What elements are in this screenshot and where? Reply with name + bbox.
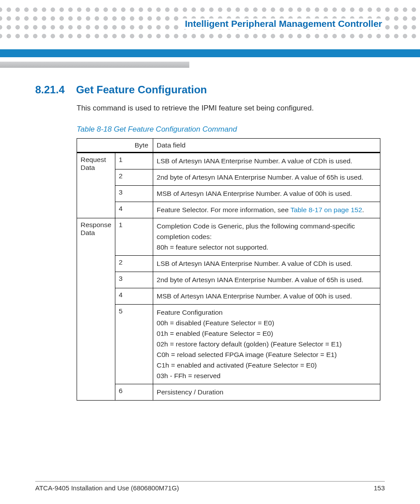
byte-cell: 1 — [115, 218, 153, 256]
section-heading: 8.21.4 Get Feature Configuration — [35, 84, 385, 96]
table-row: 4MSB of Artesyn IANA Enterprise Number. … — [77, 288, 380, 305]
section-title: Get Feature Configuration — [76, 84, 207, 96]
table-header-blank — [77, 139, 115, 153]
footer-doc-id: ATCA-9405 Installation and Use (6806800M… — [35, 484, 179, 492]
group-label: Request Data — [77, 153, 115, 218]
byte-cell: 2 — [115, 169, 153, 186]
table-row: 2LSB of Artesyn IANA Enterprise Number. … — [77, 256, 380, 272]
byte-cell: 4 — [115, 202, 153, 218]
table-header-row: Byte Data field — [77, 139, 380, 153]
table-row: 3MSB of Artesyn IANA Enterprise Number. … — [77, 186, 380, 202]
cross-reference-link[interactable]: Table 8-17 on page 152 — [291, 206, 362, 213]
byte-cell: 6 — [115, 384, 153, 401]
table-row: 22nd byte of Artesyn IANA Enterprise Num… — [77, 169, 380, 186]
group-label: Response Data — [77, 218, 115, 401]
byte-cell: 5 — [115, 305, 153, 384]
datafield-cell: Feature Selector. For more information, … — [153, 202, 380, 218]
table-row: 4Feature Selector. For more information,… — [77, 202, 380, 218]
header-grey-bar — [0, 62, 189, 68]
datafield-cell: LSB of Artesyn IANA Enterprise Number. A… — [153, 256, 380, 272]
byte-cell: 2 — [115, 256, 153, 272]
datafield-cell: Persistency / Duration — [153, 384, 380, 401]
table-row: 6Persistency / Duration — [77, 384, 380, 401]
byte-cell: 4 — [115, 288, 153, 305]
section-intro: This command is used to retrieve the IPM… — [77, 104, 385, 113]
header-blue-bar — [0, 49, 420, 57]
page-footer: ATCA-9405 Installation and Use (6806800M… — [35, 481, 385, 492]
command-table: Byte Data field Request Data1LSB of Arte… — [77, 138, 380, 401]
table-row: 5Feature Configuration00h = disabled (Fe… — [77, 305, 380, 384]
table-row: Request Data1LSB of Artesyn IANA Enterpr… — [77, 153, 380, 169]
datafield-cell: LSB of Artesyn IANA Enterprise Number. A… — [153, 153, 380, 169]
table-row: Response Data1Completion Code is Generic… — [77, 218, 380, 256]
datafield-cell: Feature Configuration00h = disabled (Fea… — [153, 305, 380, 384]
datafield-cell: 2nd byte of Artesyn IANA Enterprise Numb… — [153, 169, 380, 186]
page-content: 8.21.4 Get Feature Configuration This co… — [35, 84, 385, 401]
datafield-cell: MSB of Artesyn IANA Enterprise Number. A… — [153, 288, 380, 305]
footer-page-number: 153 — [374, 484, 385, 492]
table-header-byte: Byte — [115, 139, 153, 153]
datafield-cell: MSB of Artesyn IANA Enterprise Number. A… — [153, 186, 380, 202]
table-header-datafield: Data field — [153, 139, 380, 153]
table-row: 32nd byte of Artesyn IANA Enterprise Num… — [77, 272, 380, 288]
datafield-cell: Completion Code is Generic, plus the fol… — [153, 218, 380, 256]
section-number: 8.21.4 — [35, 84, 73, 96]
table-caption: Table 8-18 Get Feature Configuration Com… — [77, 125, 385, 134]
chapter-title: Intelligent Peripheral Management Contro… — [180, 18, 385, 29]
byte-cell: 1 — [115, 153, 153, 169]
datafield-cell: 2nd byte of Artesyn IANA Enterprise Numb… — [153, 272, 380, 288]
byte-cell: 3 — [115, 272, 153, 288]
byte-cell: 3 — [115, 186, 153, 202]
